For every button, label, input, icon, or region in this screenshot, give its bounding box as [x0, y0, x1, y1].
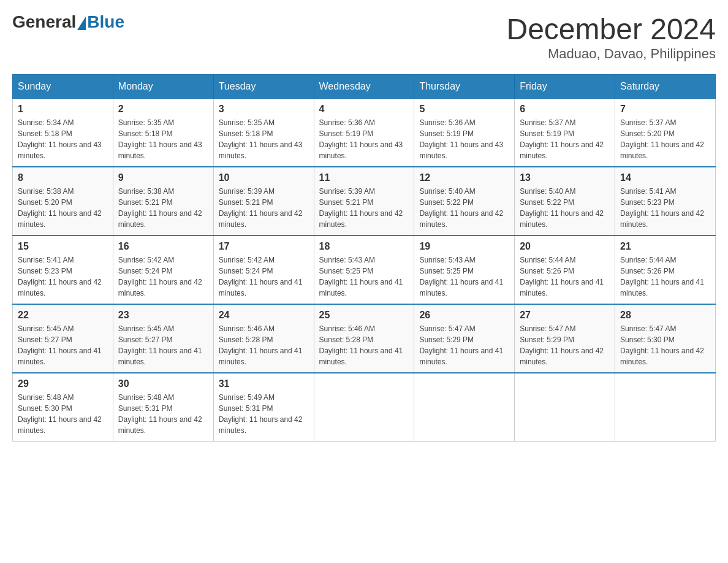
day-info: Sunrise: 5:41 AMSunset: 5:23 PMDaylight:…: [620, 186, 710, 230]
day-info: Sunrise: 5:34 AMSunset: 5:18 PMDaylight:…: [18, 117, 108, 161]
day-info: Sunrise: 5:40 AMSunset: 5:22 PMDaylight:…: [419, 186, 509, 230]
calendar-week-4: 22Sunrise: 5:45 AMSunset: 5:27 PMDayligh…: [13, 304, 716, 373]
day-info: Sunrise: 5:35 AMSunset: 5:18 PMDaylight:…: [118, 117, 208, 161]
day-info: Sunrise: 5:44 AMSunset: 5:26 PMDaylight:…: [620, 255, 710, 299]
day-info: Sunrise: 5:48 AMSunset: 5:31 PMDaylight:…: [118, 392, 208, 436]
calendar-title: December 2024: [506, 12, 716, 46]
calendar-cell: 27Sunrise: 5:47 AMSunset: 5:29 PMDayligh…: [515, 304, 615, 373]
weekday-header-monday: Monday: [113, 75, 213, 99]
calendar-cell: 28Sunrise: 5:47 AMSunset: 5:30 PMDayligh…: [615, 304, 716, 373]
day-number: 21: [620, 241, 710, 252]
day-number: 25: [319, 310, 409, 321]
day-number: 7: [620, 104, 710, 115]
day-number: 27: [520, 310, 610, 321]
day-number: 31: [219, 378, 309, 389]
calendar-cell: [414, 373, 515, 442]
calendar-week-3: 15Sunrise: 5:41 AMSunset: 5:23 PMDayligh…: [13, 236, 716, 304]
logo-general-text: General: [12, 12, 76, 32]
day-number: 18: [319, 241, 409, 252]
day-number: 13: [520, 172, 610, 183]
calendar-cell: [515, 373, 615, 442]
day-number: 3: [219, 104, 309, 115]
calendar-cell: 9Sunrise: 5:38 AMSunset: 5:21 PMDaylight…: [113, 167, 213, 236]
weekday-header-friday: Friday: [515, 75, 615, 99]
day-number: 8: [18, 172, 108, 183]
logo: General Blue: [12, 12, 124, 32]
calendar-cell: 12Sunrise: 5:40 AMSunset: 5:22 PMDayligh…: [414, 167, 515, 236]
calendar-cell: 25Sunrise: 5:46 AMSunset: 5:28 PMDayligh…: [314, 304, 414, 373]
day-info: Sunrise: 5:39 AMSunset: 5:21 PMDaylight:…: [219, 186, 309, 230]
day-number: 16: [118, 241, 208, 252]
day-info: Sunrise: 5:36 AMSunset: 5:19 PMDaylight:…: [419, 117, 509, 161]
weekday-header-wednesday: Wednesday: [314, 75, 414, 99]
day-number: 17: [219, 241, 309, 252]
calendar-cell: 13Sunrise: 5:40 AMSunset: 5:22 PMDayligh…: [515, 167, 615, 236]
day-info: Sunrise: 5:37 AMSunset: 5:19 PMDaylight:…: [520, 117, 610, 161]
calendar-week-5: 29Sunrise: 5:48 AMSunset: 5:30 PMDayligh…: [13, 373, 716, 442]
day-info: Sunrise: 5:41 AMSunset: 5:23 PMDaylight:…: [18, 255, 108, 299]
weekday-header-row: SundayMondayTuesdayWednesdayThursdayFrid…: [13, 75, 716, 99]
weekday-header-sunday: Sunday: [13, 75, 113, 99]
day-info: Sunrise: 5:48 AMSunset: 5:30 PMDaylight:…: [18, 392, 108, 436]
title-area: December 2024 Maduao, Davao, Philippines: [506, 12, 716, 62]
day-number: 11: [319, 172, 409, 183]
day-number: 9: [118, 172, 208, 183]
header: General Blue December 2024 Maduao, Davao…: [12, 12, 716, 62]
calendar-subtitle: Maduao, Davao, Philippines: [506, 46, 716, 62]
day-info: Sunrise: 5:47 AMSunset: 5:30 PMDaylight:…: [620, 323, 710, 367]
calendar-week-2: 8Sunrise: 5:38 AMSunset: 5:20 PMDaylight…: [13, 167, 716, 236]
calendar-table: SundayMondayTuesdayWednesdayThursdayFrid…: [12, 74, 716, 442]
day-number: 6: [520, 104, 610, 115]
day-info: Sunrise: 5:42 AMSunset: 5:24 PMDaylight:…: [219, 255, 309, 299]
calendar-cell: 1Sunrise: 5:34 AMSunset: 5:18 PMDaylight…: [13, 99, 113, 167]
day-info: Sunrise: 5:44 AMSunset: 5:26 PMDaylight:…: [520, 255, 610, 299]
calendar-cell: 6Sunrise: 5:37 AMSunset: 5:19 PMDaylight…: [515, 99, 615, 167]
calendar-cell: 2Sunrise: 5:35 AMSunset: 5:18 PMDaylight…: [113, 99, 213, 167]
day-number: 30: [118, 378, 208, 389]
day-number: 22: [18, 310, 108, 321]
weekday-header-saturday: Saturday: [615, 75, 716, 99]
calendar-cell: [615, 373, 716, 442]
calendar-cell: 17Sunrise: 5:42 AMSunset: 5:24 PMDayligh…: [213, 236, 314, 304]
day-number: 29: [18, 378, 108, 389]
day-number: 4: [319, 104, 409, 115]
calendar-cell: 5Sunrise: 5:36 AMSunset: 5:19 PMDaylight…: [414, 99, 515, 167]
day-info: Sunrise: 5:45 AMSunset: 5:27 PMDaylight:…: [118, 323, 208, 367]
calendar-cell: 23Sunrise: 5:45 AMSunset: 5:27 PMDayligh…: [113, 304, 213, 373]
day-info: Sunrise: 5:35 AMSunset: 5:18 PMDaylight:…: [219, 117, 309, 161]
calendar-cell: 14Sunrise: 5:41 AMSunset: 5:23 PMDayligh…: [615, 167, 716, 236]
day-number: 20: [520, 241, 610, 252]
day-number: 14: [620, 172, 710, 183]
day-info: Sunrise: 5:37 AMSunset: 5:20 PMDaylight:…: [620, 117, 710, 161]
day-info: Sunrise: 5:38 AMSunset: 5:20 PMDaylight:…: [18, 186, 108, 230]
day-info: Sunrise: 5:42 AMSunset: 5:24 PMDaylight:…: [118, 255, 208, 299]
calendar-cell: 18Sunrise: 5:43 AMSunset: 5:25 PMDayligh…: [314, 236, 414, 304]
weekday-header-thursday: Thursday: [414, 75, 515, 99]
calendar-cell: 21Sunrise: 5:44 AMSunset: 5:26 PMDayligh…: [615, 236, 716, 304]
day-info: Sunrise: 5:46 AMSunset: 5:28 PMDaylight:…: [319, 323, 409, 367]
day-info: Sunrise: 5:46 AMSunset: 5:28 PMDaylight:…: [219, 323, 309, 367]
day-info: Sunrise: 5:40 AMSunset: 5:22 PMDaylight:…: [520, 186, 610, 230]
day-info: Sunrise: 5:47 AMSunset: 5:29 PMDaylight:…: [520, 323, 610, 367]
day-number: 2: [118, 104, 208, 115]
day-info: Sunrise: 5:43 AMSunset: 5:25 PMDaylight:…: [319, 255, 409, 299]
calendar-cell: [314, 373, 414, 442]
weekday-header-tuesday: Tuesday: [213, 75, 314, 99]
calendar-cell: 4Sunrise: 5:36 AMSunset: 5:19 PMDaylight…: [314, 99, 414, 167]
calendar-cell: 15Sunrise: 5:41 AMSunset: 5:23 PMDayligh…: [13, 236, 113, 304]
calendar-cell: 26Sunrise: 5:47 AMSunset: 5:29 PMDayligh…: [414, 304, 515, 373]
day-info: Sunrise: 5:36 AMSunset: 5:19 PMDaylight:…: [319, 117, 409, 161]
day-number: 15: [18, 241, 108, 252]
calendar-cell: 24Sunrise: 5:46 AMSunset: 5:28 PMDayligh…: [213, 304, 314, 373]
calendar-cell: 30Sunrise: 5:48 AMSunset: 5:31 PMDayligh…: [113, 373, 213, 442]
calendar-cell: 19Sunrise: 5:43 AMSunset: 5:25 PMDayligh…: [414, 236, 515, 304]
calendar-cell: 8Sunrise: 5:38 AMSunset: 5:20 PMDaylight…: [13, 167, 113, 236]
calendar-cell: 7Sunrise: 5:37 AMSunset: 5:20 PMDaylight…: [615, 99, 716, 167]
calendar-cell: 29Sunrise: 5:48 AMSunset: 5:30 PMDayligh…: [13, 373, 113, 442]
day-number: 12: [419, 172, 509, 183]
calendar-cell: 11Sunrise: 5:39 AMSunset: 5:21 PMDayligh…: [314, 167, 414, 236]
logo-triangle-icon: [77, 17, 86, 30]
calendar-cell: 16Sunrise: 5:42 AMSunset: 5:24 PMDayligh…: [113, 236, 213, 304]
day-info: Sunrise: 5:49 AMSunset: 5:31 PMDaylight:…: [219, 392, 309, 436]
calendar-cell: 3Sunrise: 5:35 AMSunset: 5:18 PMDaylight…: [213, 99, 314, 167]
